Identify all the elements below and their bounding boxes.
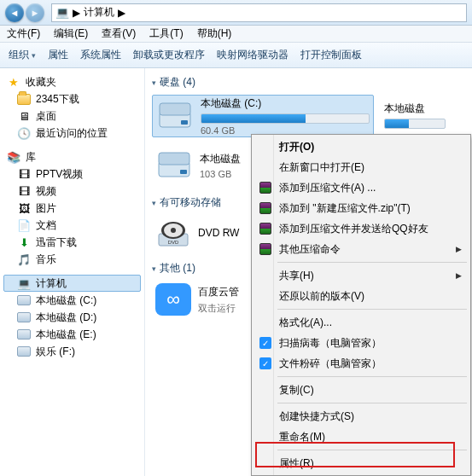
titlebar: ◄ ► ▶ 计算机 ▶	[0, 0, 472, 26]
shield-icon: ✓	[259, 336, 272, 350]
cloud-icon: ∞	[155, 283, 191, 316]
drive-usage-bar	[201, 113, 370, 124]
sidebar-item-pptv[interactable]: PPTV视频	[3, 165, 141, 183]
download-icon	[17, 235, 31, 249]
shield-icon: ✓	[259, 357, 272, 370]
sidebar-item-drive-e[interactable]: 本地磁盘 (E:)	[3, 326, 141, 343]
section-hdd[interactable]: ▾硬盘 (4)	[145, 73, 472, 91]
archive-icon	[259, 242, 272, 256]
menu-file[interactable]: 文件(F)	[7, 26, 40, 41]
sidebar-favorites: 收藏夹 2345下载 桌面 最近访问的位置	[3, 73, 141, 142]
ctx-scan[interactable]: ✓扫描病毒（电脑管家）	[253, 333, 469, 353]
breadcrumb-arrow[interactable]: ▶	[73, 7, 80, 19]
menu-bar: 文件(F) 编辑(E) 查看(V) 工具(T) 帮助(H)	[0, 26, 472, 43]
sidebar-item-video[interactable]: 视频	[3, 183, 141, 200]
ctx-share[interactable]: 共享(H)▶	[253, 265, 469, 286]
drive-tile-partial[interactable]: 本地磁盘	[381, 95, 449, 137]
separator	[277, 403, 467, 403]
menu-help[interactable]: 帮助(H)	[197, 26, 232, 41]
ctx-copy[interactable]: 复制(C)	[253, 380, 469, 400]
sidebar-item-drive-d[interactable]: 本地磁盘 (D:)	[3, 309, 141, 326]
sidebar-item-xunlei[interactable]: 迅雷下载	[3, 234, 141, 251]
sidebar-item-recent[interactable]: 最近访问的位置	[3, 125, 141, 142]
context-menu: 打开(O) 在新窗口中打开(E) 添加到压缩文件(A) ... 添加到 "新建压…	[251, 134, 471, 476]
sidebar-item-pictures[interactable]: 图片	[3, 200, 141, 217]
nav-forward-button[interactable]: ►	[26, 3, 44, 22]
breadcrumb-computer[interactable]: 计算机	[84, 5, 114, 20]
ctx-other-archive[interactable]: 其他压缩命令▶	[253, 239, 469, 259]
toolbar-control-panel[interactable]: 打开控制面板	[300, 48, 362, 62]
toolbar-uninstall[interactable]: 卸载或更改程序	[133, 48, 205, 62]
sidebar-item-drive-c[interactable]: 本地磁盘 (C:)	[3, 292, 141, 309]
ctx-add-qq[interactable]: 添加到压缩文件并发送给QQ好友	[253, 218, 469, 239]
address-bar[interactable]: ▶ 计算机 ▶	[51, 3, 467, 22]
breadcrumb-arrow[interactable]: ▶	[118, 7, 125, 19]
svg-rect-5	[180, 170, 187, 174]
chevron-down-icon: ▾	[152, 199, 156, 207]
music-icon	[17, 253, 31, 266]
archive-icon	[259, 222, 272, 235]
sidebar-libraries: 库 PPTV视频 视频 图片 文档 迅雷下载 音乐	[3, 148, 141, 268]
submenu-arrow-icon: ▶	[456, 271, 462, 280]
sidebar-favorites-header[interactable]: 收藏夹	[3, 73, 141, 90]
submenu-arrow-icon: ▶	[456, 245, 462, 253]
sidebar: 收藏夹 2345下载 桌面 最近访问的位置 库 PPTV视频 视频 图片 文档 …	[0, 68, 145, 476]
chevron-down-icon: ▾	[152, 264, 156, 273]
drive-icon	[17, 311, 31, 324]
drive-icon	[17, 345, 31, 358]
ctx-add-zip[interactable]: 添加到 "新建压缩文件.zip"(T)	[253, 198, 469, 218]
svg-rect-2	[181, 120, 188, 125]
recent-icon	[17, 126, 31, 140]
sidebar-item-2345[interactable]: 2345下载	[3, 90, 141, 107]
drive-usage-bar	[384, 119, 446, 129]
menu-edit[interactable]: 编辑(E)	[54, 26, 88, 41]
archive-icon	[259, 181, 272, 194]
menu-view[interactable]: 查看(V)	[102, 26, 136, 41]
video-icon	[17, 167, 31, 181]
document-icon	[17, 218, 31, 232]
computer-icon	[55, 6, 69, 20]
sidebar-item-drive-f[interactable]: 娱乐 (F:)	[3, 343, 141, 360]
sidebar-item-music[interactable]: 音乐	[3, 251, 141, 268]
ctx-shortcut[interactable]: 创建快捷方式(S)	[253, 406, 469, 427]
ctx-shred[interactable]: ✓文件粉碎（电脑管家）	[253, 353, 469, 374]
svg-rect-1	[160, 103, 190, 115]
drive-icon	[155, 148, 193, 183]
menu-tools[interactable]: 工具(T)	[149, 26, 183, 41]
sidebar-computer: 计算机 本地磁盘 (C:) 本地磁盘 (D:) 本地磁盘 (E:) 娱乐 (F:…	[3, 275, 141, 360]
drive-icon	[156, 99, 194, 133]
library-icon	[7, 150, 20, 164]
star-icon	[7, 75, 20, 89]
video-icon	[17, 184, 31, 198]
computer-icon	[17, 276, 31, 290]
ctx-format[interactable]: 格式化(A)...	[253, 312, 469, 333]
nav-back-button[interactable]: ◄	[5, 3, 24, 22]
sidebar-item-documents[interactable]: 文档	[3, 217, 141, 234]
archive-icon	[259, 201, 272, 215]
picture-icon	[17, 201, 31, 215]
drive-name: 本地磁盘 (C:)	[201, 96, 370, 111]
sidebar-libraries-header[interactable]: 库	[3, 148, 141, 165]
toolbar-system-properties[interactable]: 系统属性	[80, 48, 121, 62]
sidebar-item-desktop[interactable]: 桌面	[3, 107, 141, 125]
toolbar-organize[interactable]: 组织	[9, 48, 36, 62]
sidebar-computer-header[interactable]: 计算机	[3, 275, 141, 292]
ctx-properties[interactable]: 属性(R)	[253, 453, 469, 473]
ctx-restore[interactable]: 还原以前的版本(V)	[253, 286, 469, 306]
folder-icon	[17, 92, 31, 106]
ctx-rename[interactable]: 重命名(M)	[253, 427, 469, 447]
svg-rect-4	[159, 153, 189, 165]
separator	[277, 376, 467, 377]
ctx-add-archive[interactable]: 添加到压缩文件(A) ...	[253, 177, 469, 198]
toolbar-map-drive[interactable]: 映射网络驱动器	[217, 48, 288, 62]
ctx-open[interactable]: 打开(O)	[253, 136, 469, 157]
separator	[277, 309, 467, 310]
ctx-new-window[interactable]: 在新窗口中打开(E)	[253, 157, 469, 177]
separator	[277, 450, 467, 450]
dvd-icon: DVD	[155, 218, 191, 250]
drive-icon	[17, 293, 31, 307]
drive-name: 本地磁盘	[384, 102, 446, 116]
drive-tile-c[interactable]: 本地磁盘 (C:) 60.4 GB	[152, 95, 374, 137]
desktop-icon	[17, 109, 31, 123]
toolbar-properties[interactable]: 属性	[48, 48, 68, 62]
